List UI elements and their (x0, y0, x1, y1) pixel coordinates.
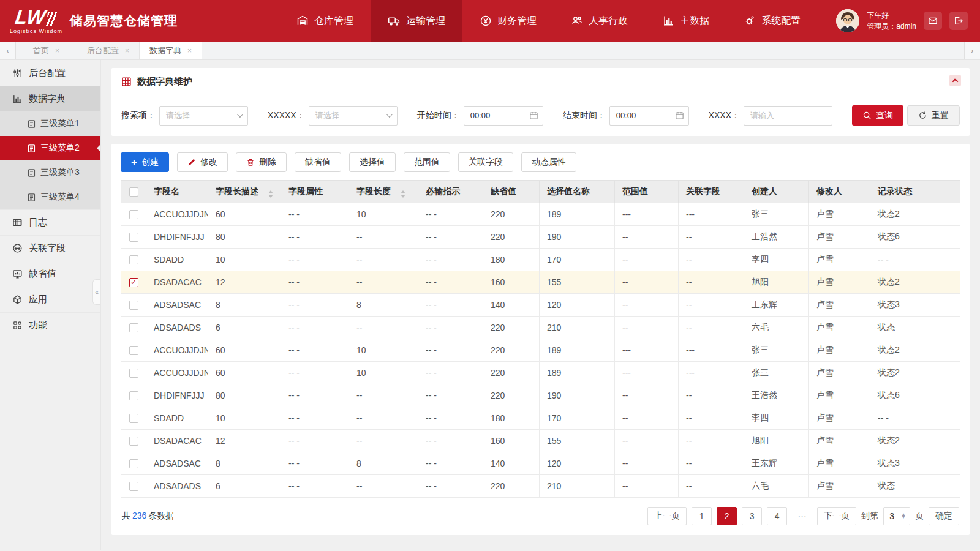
default-value-button[interactable]: 缺省值 (295, 152, 341, 172)
column-header[interactable]: 创建人 (744, 181, 809, 203)
panel-collapse-button[interactable] (949, 75, 961, 86)
table-cell: --- (679, 339, 744, 362)
tab-data-dictionary[interactable]: 数据字典× (140, 42, 202, 59)
logout-button[interactable] (949, 12, 968, 30)
sidebar-item-log[interactable]: 日志 (0, 209, 100, 235)
tab-home[interactable]: 首页× (16, 42, 77, 59)
sidebar-item-default-value[interactable]: 缺省值 (0, 261, 100, 287)
xxxx-input[interactable] (744, 106, 832, 126)
stepper-icon[interactable]: ▲▼ (901, 514, 906, 519)
table-cell: 状态6 (870, 384, 960, 407)
table-body: ACCUOJJDJN60-- -10-- -220189------张三卢雪状态… (121, 203, 960, 498)
column-header[interactable]: 字段属性 (281, 181, 349, 203)
calendar-icon[interactable] (529, 111, 538, 120)
column-header[interactable]: 范围值 (615, 181, 679, 203)
sort-icon[interactable] (268, 190, 273, 198)
page-button[interactable]: 2 (717, 507, 737, 525)
row-checkbox[interactable] (129, 459, 138, 468)
sidebar-subitem-menu4[interactable]: 三级菜单4 (0, 185, 100, 209)
nav-item-finance[interactable]: 财务管理 (462, 0, 554, 42)
row-checkbox[interactable] (129, 482, 138, 491)
sidebar-subitem-menu3[interactable]: 三级菜单3 (0, 160, 100, 185)
nav-item-warehouse[interactable]: 仓库管理 (279, 0, 371, 42)
sort-icon[interactable] (401, 190, 405, 198)
close-icon[interactable]: × (55, 47, 59, 55)
sidebar-item-function[interactable]: 功能 (0, 312, 100, 338)
range-value-button[interactable]: 范围值 (404, 152, 450, 172)
sidebar-item-data-dictionary[interactable]: 数据字典 (0, 86, 100, 111)
nav-item-masterdata[interactable]: 主数据 (645, 0, 726, 42)
table-cell: -- (349, 317, 418, 339)
row-checkbox[interactable] (129, 255, 138, 264)
nav-item-config[interactable]: 系统配置 (726, 0, 818, 42)
select-all-checkbox[interactable] (129, 187, 138, 197)
nav-item-transport[interactable]: 运输管理 (371, 0, 462, 42)
delete-button[interactable]: 删除 (236, 152, 287, 172)
page-button[interactable]: 3 (742, 507, 762, 525)
table-cell: --- (615, 203, 679, 226)
dynamic-attr-button[interactable]: 动态属性 (521, 152, 576, 172)
jump-suffix: 页 (915, 511, 924, 522)
close-icon[interactable]: × (125, 47, 129, 55)
sidebar-item-related-fields[interactable]: 关联字段 (0, 235, 100, 261)
row-checkbox[interactable]: ✓ (129, 278, 138, 287)
table-cell: 李四 (744, 249, 809, 271)
row-checkbox[interactable] (129, 210, 138, 219)
column-header[interactable]: 必输指示 (418, 181, 483, 203)
page-button[interactable]: 1 (692, 507, 712, 525)
table-cell: 6 (208, 317, 281, 339)
table-cell: -- - (418, 475, 483, 498)
column-header[interactable]: 缺省值 (483, 181, 540, 203)
sidebar-collapse-handle[interactable]: « (92, 279, 100, 305)
row-checkbox[interactable] (129, 301, 138, 310)
sidebar-item-application[interactable]: 应用 (0, 287, 100, 312)
page-jump-input[interactable] (885, 511, 899, 521)
tab-scroll-left[interactable]: ‹ (0, 42, 16, 59)
column-header[interactable]: 修改人 (809, 181, 870, 203)
reset-button[interactable]: 重置 (907, 105, 960, 126)
row-checkbox[interactable] (129, 437, 138, 446)
next-page-button[interactable]: 下一页 (817, 507, 856, 525)
row-checkbox-cell (121, 249, 146, 271)
column-header[interactable]: 字段名 (146, 181, 208, 203)
column-header[interactable]: 关联字段 (679, 181, 744, 203)
mail-button[interactable] (924, 12, 942, 30)
page-button[interactable]: 4 (767, 507, 787, 525)
table-cell: -- - (418, 317, 483, 339)
table-cell: -- - (281, 317, 349, 339)
user-info[interactable]: 下午好 管理员：admin (867, 10, 916, 32)
related-field-button[interactable]: 关联字段 (458, 152, 513, 172)
column-header[interactable]: 选择值名称 (540, 181, 615, 203)
tab-backend-config[interactable]: 后台配置× (77, 42, 140, 59)
column-header-sortable[interactable]: 字段长描述 (208, 181, 281, 203)
table-cell: 6 (208, 475, 281, 498)
row-checkbox[interactable] (129, 346, 138, 355)
confirm-button[interactable]: 确定 (929, 507, 959, 525)
table-cell: 220 (483, 339, 540, 362)
choice-value-button[interactable]: 选择值 (349, 152, 396, 172)
query-button[interactable]: 查询 (852, 105, 903, 126)
avatar[interactable] (836, 9, 859, 32)
row-checkbox[interactable] (129, 369, 138, 378)
row-checkbox[interactable] (129, 414, 138, 423)
table-cell: -- (615, 271, 679, 294)
table-row: ACCUOJJDJN60-- -10-- -220189------张三卢雪状态… (121, 203, 960, 226)
row-checkbox[interactable] (129, 391, 138, 400)
calendar-icon[interactable] (675, 111, 684, 120)
create-button[interactable]: +创建 (121, 152, 169, 172)
nav-item-hr[interactable]: 人事行政 (554, 0, 645, 42)
close-icon[interactable]: × (187, 47, 192, 55)
row-checkbox[interactable] (129, 233, 138, 242)
tab-scroll-right[interactable]: › (964, 42, 980, 59)
column-header-sortable[interactable]: 字段长度 (349, 181, 418, 203)
row-checkbox[interactable] (129, 323, 138, 332)
edit-button[interactable]: 修改 (177, 152, 228, 172)
sidebar-subitem-menu2[interactable]: 三级菜单2 (0, 136, 100, 160)
prev-page-button[interactable]: 上一页 (647, 507, 687, 525)
sidebar-subitem-menu1[interactable]: 三级菜单1 (0, 111, 100, 136)
search-item-select[interactable]: 请选择 (159, 106, 248, 126)
column-header[interactable]: 记录状态 (870, 181, 960, 203)
xxxxx-select[interactable]: 请选择 (309, 106, 398, 126)
sidebar-item-backend-config[interactable]: 后台配置 (0, 60, 100, 86)
table-cell: 状态2 (870, 430, 960, 452)
